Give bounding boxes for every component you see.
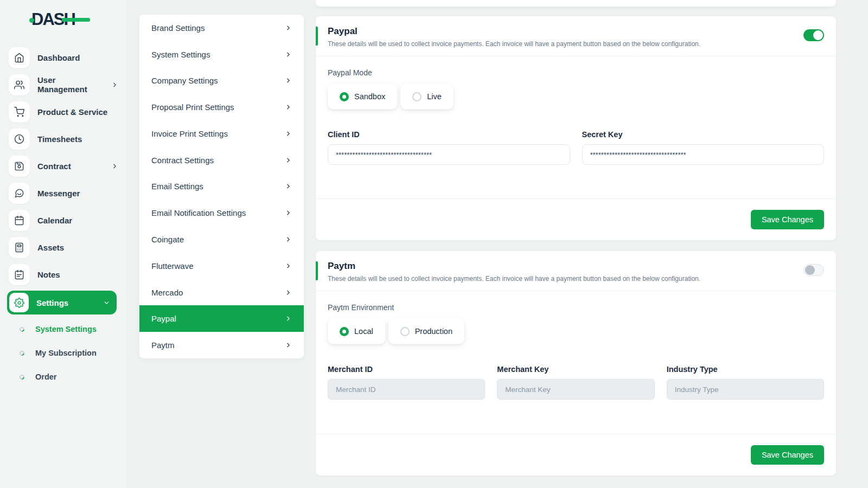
bullet-icon [18,350,25,357]
menu-item-mercado[interactable]: Mercado [139,279,304,306]
chevron-right-icon [285,342,292,349]
client-id-input[interactable] [328,144,570,165]
industry-type-label: Industry Type [667,365,824,374]
sidebar-item-messenger[interactable]: Messenger [0,182,126,204]
chevron-right-icon [285,77,292,84]
chevron-right-icon [111,163,118,170]
field-merchant-id: Merchant ID [328,365,485,400]
paytm-save-button[interactable]: Save Changes [751,445,824,465]
cart-icon [9,101,30,123]
paypal-card-body: Paypal Mode Sandbox Live Client ID [316,56,836,198]
subnav-item-my-subscription[interactable]: My Subscription [0,341,126,365]
logo-dot-icon [29,18,34,23]
paypal-save-button[interactable]: Save Changes [751,210,824,229]
sidebar-item-contract[interactable]: Contract [0,155,126,177]
sidebar-item-timesheets[interactable]: Timesheets [0,128,126,150]
client-id-label: Client ID [328,130,570,139]
menu-item-email-notification-settings[interactable]: Email Notification Settings [139,200,304,226]
sidebar-item-product-service[interactable]: Product & Service [0,101,126,123]
radio-option-label: Live [427,92,442,101]
radio-option-production[interactable]: Production [388,318,464,344]
toggle-knob [805,265,815,275]
menu-item-company-settings[interactable]: Company Settings [139,68,304,94]
chevron-right-icon [285,24,292,31]
sidebar-item-label: Assets [37,243,118,252]
sidebar-item-assets[interactable]: Assets [0,236,126,258]
subnav-item-label: Order [35,373,57,381]
paypal-enable-toggle[interactable] [803,29,824,41]
paytm-environment-label: Paytm Environment [328,303,824,312]
menu-item-label: Contract Settings [151,156,214,165]
menu-item-label: Flutterwave [151,261,194,271]
bullet-icon [18,374,25,381]
menu-item-invoice-print-settings[interactable]: Invoice Print Settings [139,120,304,147]
chevron-down-icon [103,299,110,306]
sidebar-item-notes[interactable]: Notes [0,264,126,285]
menu-item-contract-settings[interactable]: Contract Settings [139,147,304,174]
paytm-enable-toggle[interactable] [803,264,824,276]
sidebar-item-calendar[interactable]: Calendar [0,209,126,231]
radio-option-local[interactable]: Local [328,318,385,344]
paypal-card-title: Paypal [328,26,824,37]
clock-icon [9,129,30,150]
assets-icon [9,237,30,258]
merchant-key-input[interactable] [497,379,654,400]
menu-item-label: Paytm [151,341,175,350]
paytm-fields: Merchant ID Merchant Key Industry Type [328,365,824,400]
field-merchant-key: Merchant Key [497,365,654,400]
radio-option-sandbox[interactable]: Sandbox [328,84,397,110]
menu-item-label: System Settings [151,50,210,59]
chat-icon [9,183,30,204]
radio-option-live[interactable]: Live [400,84,454,110]
chevron-right-icon [285,236,292,243]
paypal-card-header: Paypal These details will be used to col… [316,16,836,56]
menu-item-label: Paypal [151,314,176,323]
industry-type-input[interactable] [667,379,824,400]
menu-item-coingate[interactable]: Coingate [139,226,304,253]
chevron-right-icon [285,104,292,111]
menu-item-email-settings[interactable]: Email Settings [139,174,304,200]
sidebar-item-label: User Management [37,75,104,94]
paypal-card-subtitle: These details will be used to collect in… [328,40,824,48]
radio-option-label: Sandbox [354,92,385,101]
paypal-card: Paypal These details will be used to col… [316,16,836,240]
radio-selected-icon [340,327,349,336]
menu-item-flutterwave[interactable]: Flutterwave [139,253,304,279]
paypal-mode-options: Sandbox Live [328,84,824,110]
paytm-card: Paytm These details will be used to coll… [316,251,836,476]
users-icon [9,74,30,95]
merchant-id-input[interactable] [328,379,485,400]
menu-item-label: Email Notification Settings [151,208,246,217]
sidebar-item-user-management[interactable]: User Management [0,74,126,95]
subnav-item-label: My Subscription [35,349,97,357]
menu-item-label: Email Settings [151,182,203,191]
paytm-environment-options: Local Production [328,318,824,344]
chevron-right-icon [285,183,292,190]
menu-item-paytm[interactable]: Paytm [139,332,304,358]
settings-subnav: System Settings My Subscription Order [0,317,126,389]
menu-item-label: Mercado [151,288,183,297]
radio-unselected-icon [412,92,422,101]
subnav-item-system-settings[interactable]: System Settings [0,317,126,341]
subnav-item-order[interactable]: Order [0,365,126,389]
sidebar-item-dashboard[interactable]: Dashboard [0,47,126,68]
chevron-right-icon [285,51,292,58]
sidebar-item-label: Messenger [37,189,118,198]
secret-key-input[interactable] [582,144,825,165]
menu-item-paypal[interactable]: Paypal [139,305,304,332]
menu-item-proposal-print-settings[interactable]: Proposal Print Settings [139,94,304,120]
menu-item-label: Coingate [151,235,184,244]
menu-item-label: Brand Settings [151,23,205,33]
gear-icon [9,293,29,312]
radio-option-label: Production [415,327,452,336]
home-icon [9,47,30,68]
field-industry-type: Industry Type [667,365,824,400]
menu-item-label: Company Settings [151,76,218,85]
menu-item-brand-settings[interactable]: Brand Settings [139,15,304,41]
menu-item-system-settings[interactable]: System Settings [139,41,304,68]
subnav-item-label: System Settings [35,325,97,333]
chevron-right-icon [285,209,292,216]
paypal-fields: Client ID Secret Key [328,130,824,165]
sidebar-item-settings[interactable]: Settings [7,291,117,314]
merchant-key-label: Merchant Key [497,365,654,374]
